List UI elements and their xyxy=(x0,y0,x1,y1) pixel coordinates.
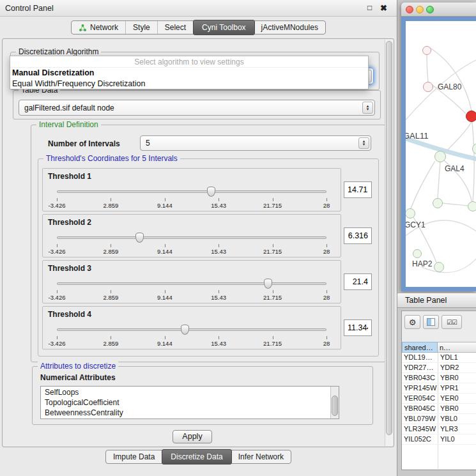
network-node-hap2[interactable] xyxy=(413,249,422,258)
table-cell[interactable]: YIL052C xyxy=(402,434,438,444)
numerical-attributes-label: Numerical Attributes xyxy=(40,373,116,382)
table-row[interactable]: YIL052CYIL0 xyxy=(402,434,476,445)
list-scrollbar[interactable] xyxy=(330,387,339,418)
zoom-traffic-light-icon[interactable] xyxy=(426,6,434,13)
panel-scrollbar-thumb[interactable] xyxy=(386,41,392,435)
network-window-titlebar[interactable] xyxy=(401,3,476,17)
table-cell[interactable]: YPR1 xyxy=(438,383,476,393)
table-row[interactable]: YPR145WYPR1 xyxy=(402,383,476,394)
numerical-attributes-list[interactable]: SelfLoopsTopologicalCoefficientBetweenne… xyxy=(40,386,339,419)
dropdown-item-equal-width-frequency[interactable]: Equal Width/Frequency Discretization xyxy=(10,79,368,89)
dropdown-item-manual-discretization[interactable]: Manual Discretization xyxy=(10,68,368,79)
network-node[interactable] xyxy=(434,262,444,272)
close-window-icon[interactable]: ✖ xyxy=(378,3,389,13)
combo-stepper[interactable]: ▲ ▼ xyxy=(358,137,369,149)
slider-thumb[interactable] xyxy=(207,187,215,197)
slider-thumb[interactable] xyxy=(181,325,189,335)
table-settings-button[interactable]: ⚙ xyxy=(404,315,420,329)
table-cell[interactable]: YIL0 xyxy=(438,434,476,444)
tab-cyni-toolbox[interactable]: Cyni Toolbox xyxy=(193,20,254,35)
threshold-slider[interactable] xyxy=(57,187,326,197)
slider-track[interactable] xyxy=(57,236,326,239)
table-cell[interactable]: YBR045C xyxy=(402,404,438,413)
table-row[interactable]: YBR045CYBR0 xyxy=(402,404,476,414)
network-canvas[interactable]: GAL80 GAL11 GAL4 GCY1 HAP2 xyxy=(406,21,476,287)
slider-track[interactable] xyxy=(57,328,326,331)
table-cell[interactable]: YDL19… xyxy=(402,353,438,362)
threshold-value-input-4[interactable] xyxy=(344,319,372,336)
network-node[interactable] xyxy=(433,198,443,208)
tab-jactivemnodules[interactable]: jActiveMNodules xyxy=(254,21,325,34)
column-select-button[interactable] xyxy=(423,315,439,329)
table-cell[interactable]: YBL0 xyxy=(438,414,476,424)
tab-select[interactable]: Select xyxy=(158,21,194,34)
tab-label: Infer Network xyxy=(238,450,284,463)
table-cell[interactable]: YBL079W xyxy=(402,414,438,424)
tab-style[interactable]: Style xyxy=(126,21,158,34)
threshold-slider[interactable] xyxy=(57,279,326,289)
slider-tick-marks xyxy=(57,244,326,247)
panel-scrollbar[interactable] xyxy=(385,40,393,446)
list-scrollbar-thumb[interactable] xyxy=(332,395,338,416)
slider-track[interactable] xyxy=(57,190,326,193)
table-cell[interactable]: YDR27… xyxy=(402,363,438,372)
column-header-shared[interactable]: shared… xyxy=(402,342,438,353)
column-header-name[interactable]: n… xyxy=(438,342,476,353)
arrow-down-icon: ▼ xyxy=(366,108,370,111)
tick-mark xyxy=(273,336,273,339)
network-node[interactable] xyxy=(422,46,431,55)
combo-stepper[interactable]: ▲ ▼ xyxy=(362,102,373,114)
table-cell[interactable]: YLR3 xyxy=(438,424,476,434)
threshold-value-input-3[interactable] xyxy=(344,273,372,290)
table-cell[interactable]: YDL1 xyxy=(438,353,476,362)
slider-track[interactable] xyxy=(57,282,326,285)
threshold-slider[interactable] xyxy=(57,325,326,335)
list-item[interactable]: BetweennessCentrality xyxy=(41,408,330,418)
table-row[interactable]: YLR345WYLR3 xyxy=(402,424,476,434)
tick-mark xyxy=(273,290,273,293)
table-cell[interactable]: YBR0 xyxy=(438,404,476,413)
threshold-slider[interactable] xyxy=(57,233,326,243)
tick-label: 9.144 xyxy=(157,340,173,347)
window-title: Control Panel xyxy=(5,4,54,13)
tab-impute-data[interactable]: Impute Data xyxy=(106,450,162,463)
tab-discretize-data[interactable]: Discretize Data xyxy=(162,449,231,464)
slider-tick-labels: -3.4262.8599.14415.4321.71528 xyxy=(57,340,326,347)
minimize-traffic-light-icon[interactable] xyxy=(416,6,424,13)
table-row[interactable]: YDL19…YDL1 xyxy=(402,353,476,363)
network-node-selected[interactable] xyxy=(466,111,476,122)
table-row[interactable]: YER054CYER0 xyxy=(402,394,476,404)
slider-tick-labels: -3.4262.8599.14415.4321.71528 xyxy=(57,248,326,255)
table-row[interactable]: YDR27…YDR2 xyxy=(402,363,476,373)
number-of-intervals-combobox[interactable]: 5 ▲ ▼ xyxy=(140,135,371,151)
table-row[interactable]: YBL079WYBL0 xyxy=(402,414,476,424)
table-cell[interactable]: YBR043C xyxy=(402,373,438,383)
select-attributes-button[interactable]: ☑☑ xyxy=(441,315,462,329)
network-node[interactable] xyxy=(468,201,476,211)
apply-button[interactable]: Apply xyxy=(173,430,212,443)
float-window-icon[interactable]: □ xyxy=(364,3,375,13)
table-cell[interactable]: YER0 xyxy=(438,394,476,403)
table-cell[interactable]: YLR345W xyxy=(402,424,438,434)
close-traffic-light-icon[interactable] xyxy=(406,6,413,13)
network-node-gal4[interactable] xyxy=(434,151,446,162)
table-panel-header[interactable]: Table Panel xyxy=(397,293,476,308)
tab-network[interactable]: Network xyxy=(72,21,126,34)
table-cell[interactable]: YBR0 xyxy=(438,373,476,383)
table-cell[interactable]: YDR2 xyxy=(438,363,476,372)
slider-thumb[interactable] xyxy=(264,279,272,289)
table-row[interactable]: YBR043CYBR0 xyxy=(402,373,476,383)
tab-infer-network[interactable]: Infer Network xyxy=(231,450,291,463)
tick-mark xyxy=(111,244,111,247)
table-cell[interactable]: YER054C xyxy=(402,394,438,403)
list-item[interactable]: TopologicalCoefficient xyxy=(41,397,330,408)
threshold-value-input-2[interactable] xyxy=(344,227,372,244)
slider-thumb[interactable] xyxy=(135,233,144,243)
list-item[interactable]: SelfLoops xyxy=(41,387,330,397)
threshold-value-input-1[interactable] xyxy=(344,181,372,198)
table-data-combobox[interactable]: galFiltered.sif default node ▲ ▼ xyxy=(19,100,375,116)
network-node-gal80[interactable] xyxy=(423,82,433,92)
tick-mark xyxy=(219,198,219,201)
gear-icon: ⚙ xyxy=(409,318,417,327)
table-cell[interactable]: YPR145W xyxy=(402,383,438,393)
